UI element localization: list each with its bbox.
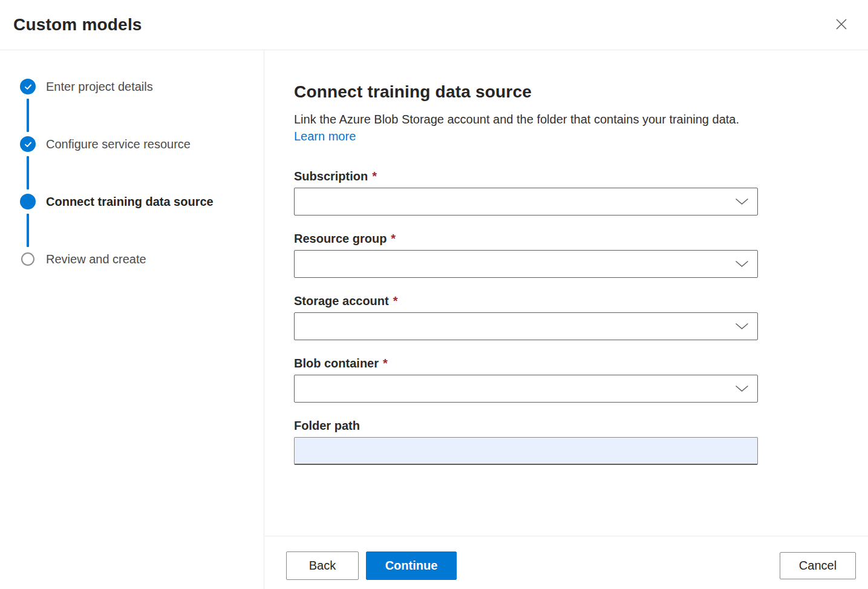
required-asterisk: *: [391, 231, 396, 246]
resource-group-dropdown[interactable]: [294, 250, 758, 278]
footer-divider: [265, 536, 868, 536]
step-connector: [27, 214, 29, 247]
content-pane: Connect training data source Link the Az…: [265, 51, 868, 589]
storage-account-field-group: Storage account *: [294, 294, 868, 340]
step-review-and-create[interactable]: Review and create: [20, 251, 264, 267]
blob-container-label: Blob container *: [294, 356, 868, 370]
required-asterisk: *: [372, 169, 377, 183]
subscription-label: Subscription *: [294, 169, 868, 183]
step-label: Enter project details: [46, 80, 153, 94]
chevron-down-icon: [735, 385, 749, 392]
storage-account-label: Storage account *: [294, 294, 868, 308]
step-upcoming-circle-icon: [21, 252, 34, 266]
subscription-dropdown[interactable]: [294, 188, 758, 216]
folder-path-input[interactable]: [294, 437, 758, 465]
back-button[interactable]: Back: [286, 551, 359, 580]
step-label: Review and create: [46, 252, 146, 266]
storage-account-dropdown[interactable]: [294, 312, 758, 340]
description-text: Link the Azure Blob Storage account and …: [294, 113, 739, 126]
step-current-dot-icon: [20, 194, 36, 209]
continue-button[interactable]: Continue: [366, 551, 457, 580]
training-data-source-form: Subscription * Resource group *: [294, 169, 868, 465]
chevron-down-icon: [735, 260, 749, 268]
blob-container-dropdown[interactable]: [294, 375, 758, 403]
page-title: Connect training data source: [294, 82, 868, 102]
step-configure-service-resource[interactable]: Configure service resource: [20, 136, 264, 152]
step-enter-project-details[interactable]: Enter project details: [20, 79, 264, 94]
blob-container-field-group: Blob container *: [294, 356, 868, 403]
resource-group-label: Resource group *: [294, 231, 868, 246]
learn-more-link[interactable]: Learn more: [294, 130, 356, 143]
dialog-header: Custom models: [0, 0, 868, 50]
step-connector: [27, 99, 29, 132]
step-connect-training-data-source[interactable]: Connect training data source: [20, 194, 264, 209]
resource-group-field-group: Resource group *: [294, 231, 868, 278]
page-description: Link the Azure Blob Storage account and …: [294, 111, 745, 145]
chevron-down-icon: [735, 198, 749, 205]
chevron-down-icon: [735, 323, 749, 330]
stepper-panel: Enter project details Configure service …: [0, 51, 264, 589]
step-connector: [27, 156, 29, 189]
close-icon: [835, 18, 848, 31]
step-label: Configure service resource: [46, 137, 191, 151]
folder-path-field-group: Folder path: [294, 418, 868, 465]
dialog-title: Custom models: [13, 15, 142, 35]
folder-path-label: Folder path: [294, 418, 868, 433]
step-completed-check-icon: [20, 136, 36, 152]
step-completed-check-icon: [20, 79, 36, 94]
subscription-field-group: Subscription *: [294, 169, 868, 216]
close-button[interactable]: [834, 16, 849, 32]
required-asterisk: *: [393, 294, 398, 308]
cancel-button[interactable]: Cancel: [780, 552, 856, 579]
wizard-stepper: Enter project details Configure service …: [0, 51, 264, 267]
required-asterisk: *: [383, 356, 388, 370]
step-label: Connect training data source: [46, 195, 214, 209]
